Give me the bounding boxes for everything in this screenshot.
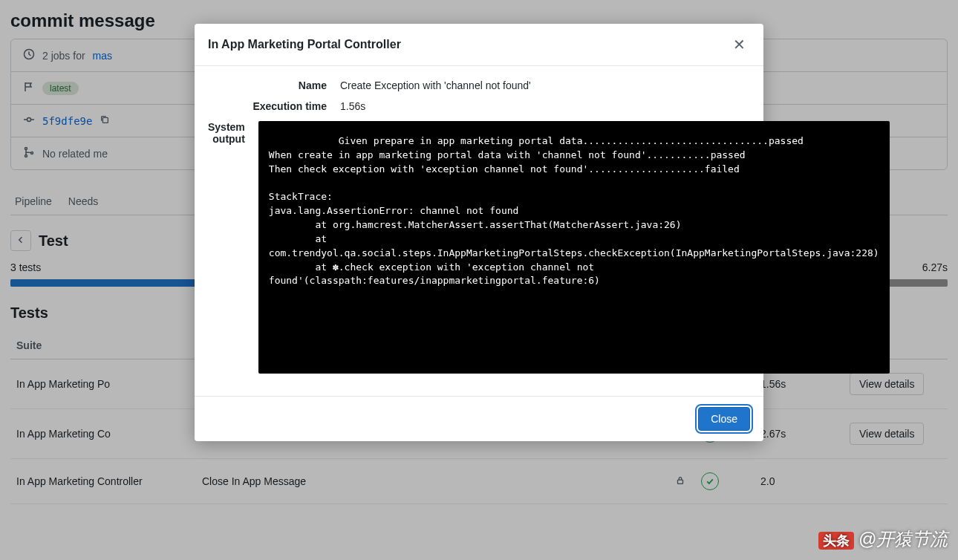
test-detail-modal: In App Marketing Portal Controller ✕ Nam…: [195, 24, 763, 441]
system-output: Given prepare in app marketing portal da…: [258, 121, 890, 374]
label-name: Name: [208, 79, 340, 91]
label-exec-time: Execution time: [208, 100, 340, 112]
value-name: Create Exception with 'channel not found…: [340, 79, 750, 91]
value-exec-time: 1.56s: [340, 100, 750, 112]
close-icon: ✕: [733, 36, 746, 53]
label-sys-out: System output: [208, 121, 258, 374]
modal-overlay[interactable]: In App Marketing Portal Controller ✕ Nam…: [0, 0, 958, 504]
modal-close-x[interactable]: ✕: [729, 36, 750, 53]
modal-title: In App Marketing Portal Controller: [208, 38, 401, 51]
modal-close-button[interactable]: Close: [698, 407, 750, 431]
